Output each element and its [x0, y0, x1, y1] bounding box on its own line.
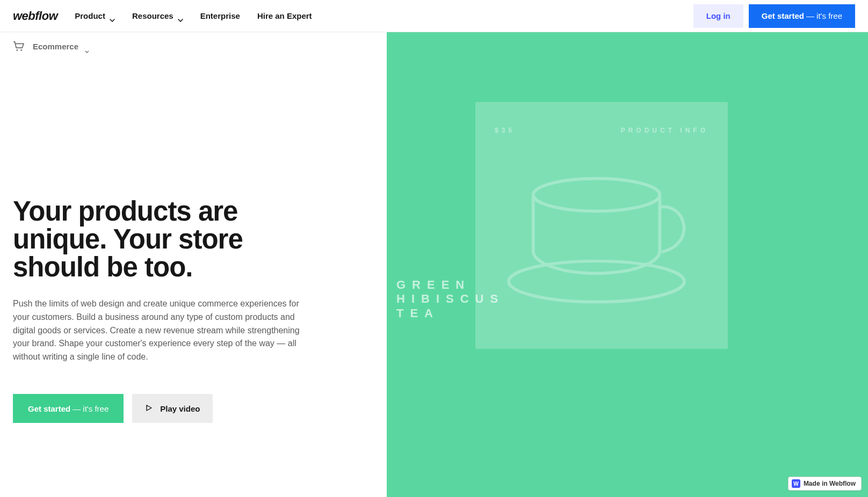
nav-item-product[interactable]: Product: [75, 11, 115, 20]
nav-item-label: Resources: [132, 11, 173, 20]
play-video-button[interactable]: Play video: [132, 394, 213, 423]
webflow-mark-icon: W: [792, 479, 800, 488]
hero-description: Push the limits of web design and create…: [13, 297, 314, 364]
product-title-line: HIBISCUS: [396, 292, 504, 306]
product-image: [475, 102, 728, 349]
nav-item-label: Product: [75, 11, 105, 20]
login-button[interactable]: Log in: [693, 4, 743, 28]
nav-item-hire-expert[interactable]: Hire an Expert: [257, 11, 312, 20]
svg-point-3: [509, 261, 684, 302]
top-nav: webflow Product Resources Enterprise Hir…: [0, 0, 868, 32]
product-title-line: GREEN: [396, 278, 504, 292]
cta-prefix: Get started: [28, 404, 70, 413]
product-card: $35 PRODUCT INFO: [475, 102, 728, 349]
product-info-label: PRODUCT INFO: [621, 127, 708, 134]
product-card-header: $35 PRODUCT INFO: [495, 127, 708, 134]
hero-right: $35 PRODUCT INFO GREEN HIBISCUS TEA: [387, 32, 868, 497]
svg-point-2: [533, 179, 660, 211]
nav-menu: Product Resources Enterprise Hire an Exp…: [75, 11, 312, 20]
cta-suffix: — it's free: [73, 404, 108, 413]
hero-heading: Your products are unique. Your store sho…: [13, 198, 314, 281]
play-video-label: Play video: [160, 404, 200, 413]
nav-item-enterprise[interactable]: Enterprise: [200, 11, 240, 20]
hero-left: Your products are unique. Your store sho…: [0, 32, 387, 497]
nav-item-label: Hire an Expert: [257, 11, 312, 20]
product-price: $35: [495, 127, 515, 134]
get-started-button[interactable]: Get started — it's free: [749, 4, 855, 28]
play-icon: [145, 404, 153, 413]
hero-cta-row: Get started — it's free Play video: [13, 394, 374, 423]
hero-section: Your products are unique. Your store sho…: [0, 32, 868, 497]
product-title-line: TEA: [396, 306, 504, 320]
chevron-down-icon: [178, 14, 183, 18]
product-title: GREEN HIBISCUS TEA: [396, 278, 504, 320]
nav-actions: Log in Get started — it's free: [693, 4, 855, 28]
nav-item-label: Enterprise: [200, 11, 240, 20]
badge-label: Made in Webflow: [804, 480, 856, 487]
nav-item-resources[interactable]: Resources: [132, 11, 183, 20]
cta-suffix: — it's free: [806, 11, 842, 20]
cta-prefix: Get started: [762, 11, 804, 20]
chevron-down-icon: [110, 14, 115, 18]
logo[interactable]: webflow: [13, 9, 57, 23]
hero-get-started-button[interactable]: Get started — it's free: [13, 394, 124, 423]
made-in-webflow-badge[interactable]: W Made in Webflow: [788, 477, 862, 491]
